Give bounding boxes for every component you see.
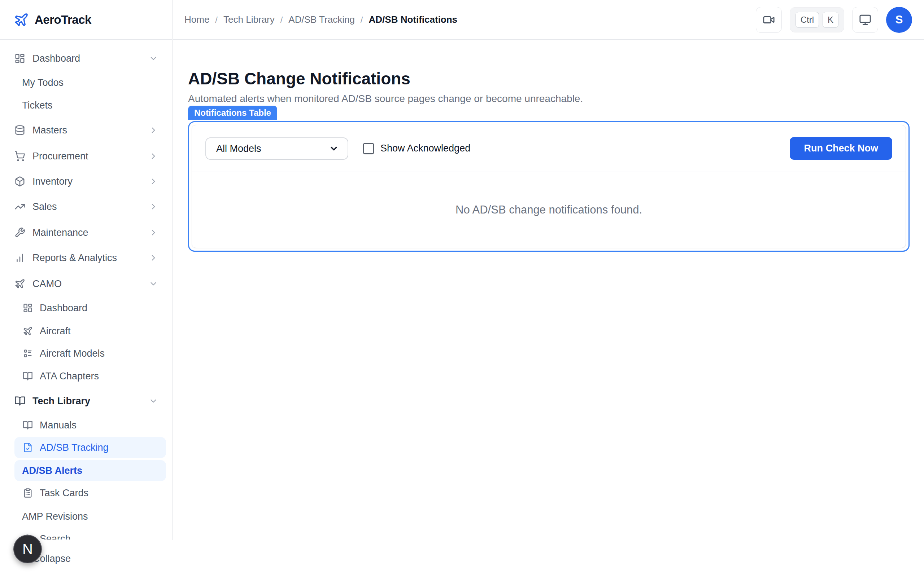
sidebar-item-masters[interactable]: Masters [0, 120, 173, 141]
clipboard-list-icon [23, 488, 33, 498]
sidebar-item-task-cards[interactable]: Task Cards [0, 482, 173, 503]
wrench-icon [15, 227, 25, 238]
kbd-k: K [822, 12, 838, 28]
sidebar-item-label: Tech Library [32, 396, 90, 407]
display-button[interactable] [852, 7, 878, 33]
chevron-down-icon [149, 279, 158, 288]
notifications-table-badge: Notifications Table [188, 106, 277, 120]
sidebar-item-procurement[interactable]: Procurement [0, 146, 173, 167]
breadcrumb-item-ad-sb-tracking[interactable]: AD/SB Tracking [288, 14, 355, 25]
sidebar-item-dashboard[interactable]: Dashboard [0, 298, 173, 318]
breadcrumb-separator: / [215, 15, 218, 25]
sidebar-nav: DashboardMy TodosTicketsMastersProcureme… [0, 40, 173, 540]
sidebar-item-label: Aircraft Models [40, 348, 105, 359]
sidebar-item-label: Dashboard [32, 53, 80, 64]
sidebar-item-amp-revisions[interactable]: AMP Revisions [0, 506, 173, 527]
user-avatar[interactable]: S [886, 7, 912, 33]
app-name: AeroTrack [35, 13, 91, 27]
sidebar-item-aircraft[interactable]: Aircraft [0, 321, 173, 342]
sidebar-item-label: Search [40, 533, 71, 540]
chevron-right-icon [149, 152, 158, 161]
sidebar-item-label: ATA Chapters [40, 371, 99, 382]
breadcrumb-separator: / [281, 15, 283, 25]
breadcrumb-item-home[interactable]: Home [184, 14, 209, 25]
screen-record-button[interactable] [756, 7, 782, 33]
search-shortcut[interactable]: CtrlK [790, 7, 844, 32]
sidebar-item-ad-sb-alerts[interactable]: AD/SB Alerts [15, 460, 166, 481]
show-acknowledged-label: Show Acknowledged [380, 143, 470, 154]
chevron-right-icon [149, 253, 158, 263]
sidebar-item-label: Tickets [22, 100, 53, 111]
sidebar-item-inventory[interactable]: Inventory [0, 171, 173, 192]
sidebar-item-label: Task Cards [40, 488, 89, 499]
chevron-right-icon [149, 228, 158, 237]
brand-link[interactable]: AeroTrack [0, 0, 172, 40]
sidebar-item-label: Aircraft [40, 326, 71, 337]
box-icon [15, 176, 25, 187]
sidebar-item-label: Masters [32, 125, 67, 136]
video-camera-icon [762, 14, 775, 26]
show-acknowledged-checkbox[interactable] [363, 143, 374, 154]
main-content: AD/SB Change Notifications Automated ale… [173, 40, 924, 577]
chevron-down-icon [149, 54, 158, 63]
sidebar-item-label: Sales [32, 201, 57, 213]
sidebar-item-ata-chapters[interactable]: ATA Chapters [0, 366, 173, 387]
sidebar-item-label: AD/SB Alerts [22, 465, 82, 476]
sidebar-item-tech-library[interactable]: Tech Library [0, 390, 173, 411]
sidebar-item-my-todos[interactable]: My Todos [0, 72, 173, 93]
chevron-right-icon [149, 202, 158, 211]
sidebar-item-camo[interactable]: CAMO [0, 273, 173, 294]
notifications-card: All Models Show Acknowledged Run Check N… [192, 125, 906, 248]
sidebar-item-reports-analytics[interactable]: Reports & Analytics [0, 247, 173, 268]
sidebar-item-tickets[interactable]: Tickets [0, 95, 173, 116]
list-details-icon [23, 348, 33, 358]
filter-bar: All Models Show Acknowledged Run Check N… [192, 125, 906, 172]
sidebar-item-label: AD/SB Tracking [40, 442, 109, 453]
sidebar: AeroTrack DashboardMy TodosTicketsMaster… [0, 0, 173, 577]
sidebar-item-label: My Todos [22, 77, 63, 89]
breadcrumb-item-tech-library[interactable]: Tech Library [223, 14, 275, 25]
page-subtitle: Automated alerts when monitored AD/SB so… [188, 93, 909, 105]
chevron-down-icon [149, 396, 158, 406]
breadcrumb-separator: / [360, 15, 363, 25]
breadcrumb-item-ad-sb-notifications: AD/SB Notifications [369, 14, 458, 25]
sidebar-item-aircraft-models[interactable]: Aircraft Models [0, 343, 173, 364]
run-check-now-button[interactable]: Run Check Now [790, 137, 892, 160]
sidebar-item-label: Inventory [32, 176, 73, 187]
notifications-table-highlight: All Models Show Acknowledged Run Check N… [188, 121, 909, 252]
kbd-ctrl: Ctrl [795, 12, 819, 28]
sidebar-item-label: Dashboard [40, 303, 87, 314]
sidebar-item-label: Maintenance [32, 227, 89, 239]
bar-chart-icon [15, 253, 25, 263]
sidebar-item-sales[interactable]: Sales [0, 196, 173, 217]
floating-n-button[interactable]: N [13, 535, 42, 563]
layout-dashboard-icon [23, 303, 33, 313]
model-filter-select[interactable]: All Models [205, 137, 348, 160]
empty-state: No AD/SB change notifications found. [192, 172, 906, 248]
file-check-icon [23, 443, 33, 453]
topbar-actions: CtrlK S [756, 7, 912, 33]
sidebar-item-label: CAMO [32, 279, 62, 290]
sidebar-item-label: Manuals [40, 420, 76, 431]
sidebar-item-manuals[interactable]: Manuals [0, 415, 173, 436]
plane-logo-icon [14, 12, 29, 27]
breadcrumb: Home/Tech Library/AD/SB Tracking/AD/SB N… [184, 14, 457, 25]
sidebar-item-dashboard[interactable]: Dashboard [0, 48, 173, 69]
sidebar-item-label: AMP Revisions [22, 511, 88, 522]
sidebar-item-label: Reports & Analytics [32, 253, 117, 264]
plane-icon [23, 326, 33, 336]
sidebar-item-maintenance[interactable]: Maintenance [0, 222, 173, 243]
book-open-icon [23, 371, 33, 381]
book-open-icon [23, 420, 33, 430]
database-icon [15, 125, 25, 135]
chevron-right-icon [149, 126, 158, 135]
page-title: AD/SB Change Notifications [188, 69, 909, 89]
topbar: Home/Tech Library/AD/SB Tracking/AD/SB N… [173, 0, 924, 40]
trending-up-icon [15, 201, 25, 212]
book-open-icon [15, 396, 25, 406]
monitor-icon [859, 14, 871, 26]
shopping-cart-icon [15, 151, 25, 161]
model-filter: All Models [205, 137, 348, 160]
empty-state-text: No AD/SB change notifications found. [456, 203, 642, 216]
sidebar-item-ad-sb-tracking[interactable]: AD/SB Tracking [15, 437, 166, 458]
